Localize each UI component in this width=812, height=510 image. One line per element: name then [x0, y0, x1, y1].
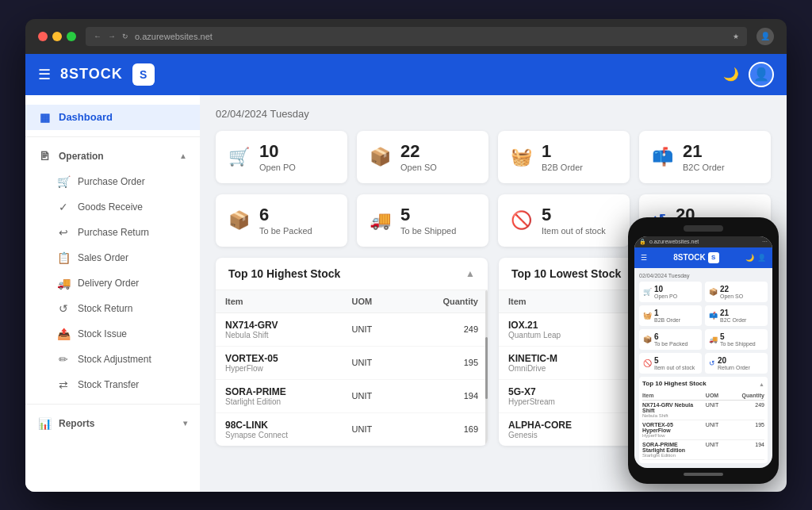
- lowest-stock-title: Top 10 Lowest Stock: [511, 267, 621, 280]
- mobile-open-so-number: 22: [720, 285, 743, 293]
- to-be-shipped-label: To be Shipped: [400, 226, 456, 236]
- delivery-order-icon: 🚚: [57, 277, 70, 290]
- sidebar-item-dashboard[interactable]: ▦ Dashboard: [25, 105, 200, 130]
- b2c-number: 21: [683, 142, 725, 161]
- b2b-number: 1: [542, 142, 583, 161]
- highest-stock-wrapper: Item UOM Quantity NX714-GRV: [216, 290, 488, 446]
- sidebar-item-delivery-order[interactable]: 🚚 Delivery Order: [25, 270, 200, 296]
- b2c-icon: 📫: [652, 147, 673, 167]
- mobile-open-po-icon: 🛒: [643, 288, 652, 296]
- highest-stock-title: Top 10 Highest Stock: [228, 267, 340, 280]
- mobile-return-label: Return Order: [718, 365, 750, 370]
- scroll-indicator[interactable]: [485, 290, 488, 446]
- mobile-row-uom: UNIT: [695, 402, 730, 418]
- mobile-row-item: VORTEX-05 HyperFlow HyperFlow: [642, 422, 695, 438]
- mobile-phone-preview: 🔒 o.azurewebsites.net ⋯ ☰ 8STOCK S 🌙 👤 0…: [628, 217, 779, 484]
- stat-card-out-of-stock[interactable]: 🚫 5 Item out of stock: [498, 194, 630, 247]
- maximize-button[interactable]: [67, 32, 76, 41]
- url-text: o.azurewebsites.net: [135, 32, 213, 41]
- mobile-b2c-icon: 📫: [709, 312, 718, 320]
- mobile-stat-out-of-stock: 🚫 5 Item out of stock: [639, 353, 702, 374]
- mobile-stat-cards-row2: 🧺 1 B2B Order 📫 21 B2C Order: [639, 305, 768, 326]
- sidebar-section-reports[interactable]: 📊 Reports ▾: [25, 411, 200, 436]
- sidebar-label-stock-transfer: Stock Transfer: [78, 379, 139, 390]
- mobile-topnav: ☰ 8STOCK S 🌙 👤: [634, 247, 772, 268]
- user-avatar[interactable]: 👤: [749, 62, 774, 87]
- mobile-col-qty: Quantity: [730, 393, 764, 398]
- sidebar-item-purchase-return[interactable]: ↩ Purchase Return: [25, 220, 200, 245]
- mobile-nav-icons: 🌙 👤: [745, 254, 766, 262]
- mobile-row-item: SORA-PRIME Starlight Edition Starlight E…: [642, 442, 695, 458]
- dashboard-icon: ▦: [38, 111, 51, 124]
- mobile-hamburger: ☰: [641, 254, 647, 262]
- sidebar-item-label: Dashboard: [59, 111, 113, 123]
- uom-cell: UNIT: [343, 313, 404, 346]
- sidebar-label-purchase-order: Purchase Order: [78, 176, 145, 187]
- sidebar-item-stock-transfer[interactable]: ⇄ Stock Transfer: [25, 372, 200, 397]
- mobile-packed-label: To be Packed: [654, 341, 688, 347]
- topnav-right: 🌙 👤: [723, 62, 774, 87]
- scroll-thumb[interactable]: [485, 337, 488, 399]
- stat-card-b2b[interactable]: 🧺 1 B2B Order: [498, 131, 630, 183]
- sidebar-label-delivery-order: Delivery Order: [78, 278, 139, 289]
- open-so-label: Open SO: [400, 163, 437, 172]
- sales-order-icon: 📋: [57, 251, 70, 264]
- sidebar-item-purchase-order[interactable]: 🛒 Purchase Order: [25, 169, 200, 194]
- mobile-oos-icon: 🚫: [643, 359, 652, 367]
- qty-cell: 194: [404, 379, 488, 412]
- top-navigation: ☰ 8STOCK S 🌙 👤: [25, 54, 787, 95]
- address-bar[interactable]: ← → ↻ o.azurewebsites.net ★: [86, 27, 747, 46]
- sidebar-item-goods-receive[interactable]: ✓ Goods Receive: [25, 194, 200, 220]
- mobile-b2c-label: B2C Order: [720, 317, 746, 323]
- mobile-stat-open-so: 📦 22 Open SO: [705, 282, 768, 302]
- mobile-highest-stock-section: Top 10 Highest Stock ▲ Item UOM Quantity…: [639, 377, 768, 463]
- out-of-stock-icon: 🚫: [511, 210, 532, 231]
- mobile-moon-icon: 🌙: [745, 254, 754, 262]
- highest-stock-table: Item UOM Quantity NX714-GRV: [216, 290, 488, 446]
- mobile-row-qty: 195: [730, 422, 764, 438]
- table-row: SORA-PRIME Starlight Edition UNIT 194: [216, 379, 488, 412]
- browser-titlebar: ← → ↻ o.azurewebsites.net ★ 👤: [25, 19, 787, 54]
- hamburger-menu[interactable]: ☰: [38, 66, 51, 83]
- dark-mode-toggle[interactable]: 🌙: [723, 67, 739, 82]
- highest-stock-col-qty: Quantity: [404, 290, 488, 313]
- mobile-table-row: VORTEX-05 HyperFlow HyperFlow UNIT 195: [642, 420, 764, 440]
- stock-issue-icon: 📤: [57, 328, 70, 340]
- highest-stock-col-uom: UOM: [343, 290, 404, 313]
- minimize-button[interactable]: [52, 32, 62, 41]
- qty-cell: 249: [404, 313, 488, 346]
- stock-return-icon: ↺: [57, 302, 70, 315]
- close-button[interactable]: [38, 32, 48, 41]
- sidebar-item-sales-order[interactable]: 📋 Sales Order: [25, 245, 200, 270]
- stat-card-open-po[interactable]: 🛒 10 Open PO: [216, 131, 347, 183]
- sidebar-item-stock-return[interactable]: ↺ Stock Return: [25, 296, 200, 321]
- sidebar-label-goods-receive: Goods Receive: [78, 201, 143, 213]
- sidebar: ▦ Dashboard 🖹 Operation ▲ 🛒 Purchase Ord…: [25, 95, 200, 492]
- open-so-icon: 📦: [370, 147, 391, 167]
- mobile-open-po-label: Open PO: [654, 293, 677, 299]
- purchase-order-icon: 🛒: [57, 175, 70, 188]
- highest-stock-collapse[interactable]: ▲: [465, 268, 475, 279]
- uom-cell: UNIT: [343, 379, 404, 412]
- to-be-shipped-icon: 🚚: [370, 210, 391, 231]
- qty-cell: 195: [404, 346, 488, 379]
- item-cell: 98C-LINK Synapse Connect: [216, 412, 343, 446]
- table-row: NX714-GRV Nebula Shift UNIT 249: [216, 313, 488, 346]
- sidebar-item-stock-adjustment[interactable]: ✏ Stock Adjustment: [25, 347, 200, 372]
- sidebar-item-stock-issue[interactable]: 📤 Stock Issue: [25, 321, 200, 347]
- highest-stock-table-card: Top 10 Highest Stock ▲ Item UOM Quantity: [216, 258, 488, 446]
- stat-card-b2c[interactable]: 📫 21 B2C Order: [639, 131, 771, 183]
- stat-card-to-be-shipped[interactable]: 🚚 5 To be Shipped: [357, 194, 488, 247]
- stat-card-to-be-packed[interactable]: 📦 6 To be Packed: [216, 194, 347, 247]
- stat-card-open-so[interactable]: 📦 22 Open SO: [357, 131, 488, 183]
- open-po-number: 10: [259, 142, 296, 161]
- sidebar-label-stock-return: Stock Return: [78, 303, 132, 314]
- app-logo-icon: S: [132, 63, 155, 86]
- mobile-user-icon: 👤: [757, 254, 766, 262]
- mobile-row-qty: 249: [730, 402, 764, 418]
- mobile-shipped-icon: 🚚: [709, 336, 718, 343]
- mobile-row-item: NX714-GRV Nebula Shift Nebula Shift: [642, 402, 695, 418]
- mobile-b2c-number: 21: [720, 309, 746, 317]
- mobile-table-collapse-icon[interactable]: ▲: [759, 382, 764, 387]
- browser-user-icon[interactable]: 👤: [756, 28, 774, 45]
